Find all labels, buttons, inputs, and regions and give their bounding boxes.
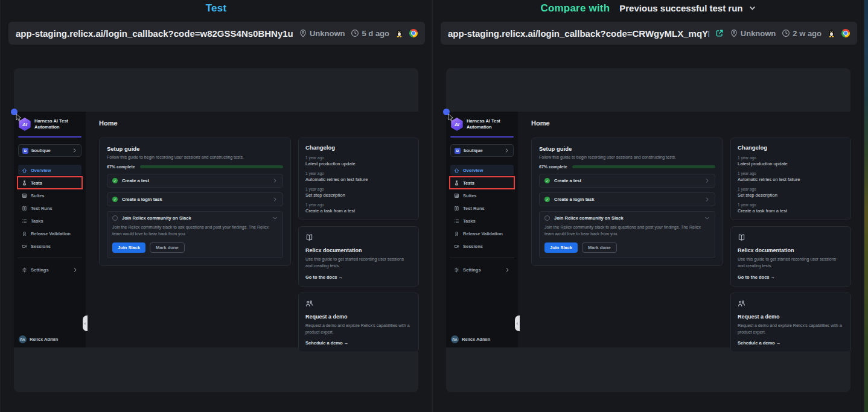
home-icon [454, 168, 459, 173]
chevron-right-icon [72, 148, 77, 153]
progress-label: 67% complete [539, 165, 567, 169]
sidebar-item-sessions: Sessions [450, 241, 514, 252]
app-screenshot: AI Harness AI Test Automation B boutique [446, 112, 850, 347]
progress-bar [572, 165, 715, 168]
sidebar-item-release-validation: Release Validation [450, 228, 514, 239]
clock-icon [782, 29, 790, 37]
page-title: Home [531, 119, 550, 127]
home-icon [22, 168, 27, 173]
brand: AI Harness AI Test Automation [18, 118, 81, 131]
brand-divider [450, 136, 514, 138]
chevron-down-icon [748, 4, 756, 12]
chevron-right-icon [504, 148, 509, 153]
grid-icon [22, 193, 27, 198]
setup-guide-title: Setup guide [107, 145, 283, 152]
chevron-down-icon [272, 215, 278, 221]
sidebar-nav: Overview Tests Suites Test Runs [18, 165, 81, 252]
sidebar-collapse-handle: ‹ [83, 315, 88, 331]
linux-os-icon [828, 29, 835, 37]
check-circle-icon [544, 178, 550, 183]
changelog-entry: 1 year ago Latest production update [305, 156, 412, 166]
chevron-right-icon [505, 267, 510, 273]
location-label: Unknown [741, 29, 776, 38]
chevron-down-icon [704, 215, 710, 221]
grid-icon [454, 193, 459, 198]
changelog-card: Changelog 1 year ago Latest production u… [730, 138, 851, 220]
columns-icon [454, 206, 459, 211]
video-icon [454, 244, 459, 249]
flask-icon [22, 180, 27, 186]
compare-run-dropdown[interactable]: Previous successful test run [619, 3, 756, 13]
video-icon [22, 244, 27, 249]
changelog-entry: 1 year ago Create a task from a test [738, 203, 844, 214]
avatar: RA [451, 335, 459, 343]
sidebar-item-tasks: Tasks [18, 215, 81, 226]
linux-os-icon [395, 29, 403, 37]
right-column: Changelog 1 year ago Latest production u… [730, 138, 851, 358]
setup-item-join-slack: Join Relicx community on Slack Join the … [107, 211, 283, 258]
page-url[interactable]: app-staging.relicx.ai/login_callback?cod… [448, 28, 709, 39]
right-column: Changelog 1 year ago Latest production u… [298, 138, 419, 358]
app-screenshot: AI Harness AI Test Automation B boutique [14, 112, 418, 347]
chevron-right-icon [704, 197, 710, 202]
user-name: Relicx Admin [462, 337, 490, 342]
url-bar: app-staging.relicx.ai/login_callback?cod… [441, 22, 857, 45]
project-badge: B [22, 148, 28, 154]
chevron-right-icon [72, 267, 78, 273]
progress-row: 67% complete [107, 165, 283, 169]
changelog-entry: 1 year ago Automatic retries on test fai… [305, 171, 412, 182]
avatar: RA [19, 335, 27, 343]
page-title: Home [99, 119, 118, 127]
request-demo-card: Request a demo Request a demo and explor… [298, 293, 419, 353]
sidebar-item-overview: Overview [18, 165, 81, 176]
join-slack-button: Join Slack [544, 242, 578, 253]
url-bar: app-staging.relicx.ai/login_callback?cod… [8, 22, 425, 45]
sidebar-nav: Overview Tests Suites Test Runs [450, 165, 514, 252]
badge-check-icon [454, 231, 459, 236]
brand-divider [18, 136, 81, 138]
mark-done-button: Mark done [150, 242, 185, 253]
chevron-right-icon [272, 178, 278, 183]
user-account: RA Relicx Admin [19, 335, 58, 343]
screenshot-container[interactable]: AI Harness AI Test Automation B boutique [446, 68, 850, 392]
request-demo-card: Request a demo Request a demo and explor… [730, 293, 851, 353]
project-selector: B boutique [450, 144, 514, 157]
app-sidebar: AI Harness AI Test Automation B boutique [14, 112, 86, 347]
page-url[interactable]: app-staging.relicx.ai/login_callback?cod… [16, 28, 293, 39]
gear-icon [22, 267, 27, 273]
documentation-card: Relicx documentation Use this guide to g… [298, 226, 419, 287]
chevron-right-icon [272, 197, 278, 202]
mark-done-button: Mark done [582, 242, 617, 253]
progress-label: 67% complete [107, 165, 135, 169]
join-slack-button: Join Slack [112, 242, 145, 253]
age-label: 5 d ago [362, 29, 389, 38]
location-pin-icon [730, 29, 738, 37]
badge-check-icon [22, 231, 27, 236]
panel-header: Test [1, 0, 432, 16]
setup-item-create-test: Create a test [539, 174, 715, 188]
brand: AI Harness AI Test Automation [450, 118, 514, 131]
chrome-browser-icon [841, 29, 850, 37]
test-run-panel: Compare with Previous successful test ru… [432, 0, 864, 412]
panel-title: Test [206, 2, 227, 14]
changelog-entry: 1 year ago Set step description [305, 187, 412, 198]
sidebar-item-sessions: Sessions [18, 241, 81, 252]
screenshot-container[interactable]: AI Harness AI Test Automation B boutique [14, 68, 418, 392]
desktop-wallpaper-edge [864, 0, 868, 412]
go-to-docs-link: Go to the docs → [305, 274, 412, 280]
sidebar-item-suites: Suites [450, 190, 514, 201]
sidebar-item-tasks: Tasks [450, 215, 514, 226]
project-name: boutique [31, 148, 69, 153]
age-meta: 2 w ago [782, 29, 822, 38]
list-icon [454, 218, 459, 224]
compare-run-label: Previous successful test run [619, 3, 742, 13]
setup-guide-card: Setup guide Follow this guide to begin r… [531, 138, 723, 266]
external-link-icon[interactable] [715, 29, 724, 37]
chevron-right-icon [704, 178, 710, 183]
list-icon [22, 218, 27, 224]
progress-row: 67% complete [539, 165, 715, 169]
setup-item-create-login-task: Create a login task [539, 192, 715, 206]
slack-description: Join the Relicx community slack to ask q… [544, 224, 710, 238]
project-selector: B boutique [18, 144, 81, 157]
go-to-docs-link: Go to the docs → [738, 274, 844, 280]
